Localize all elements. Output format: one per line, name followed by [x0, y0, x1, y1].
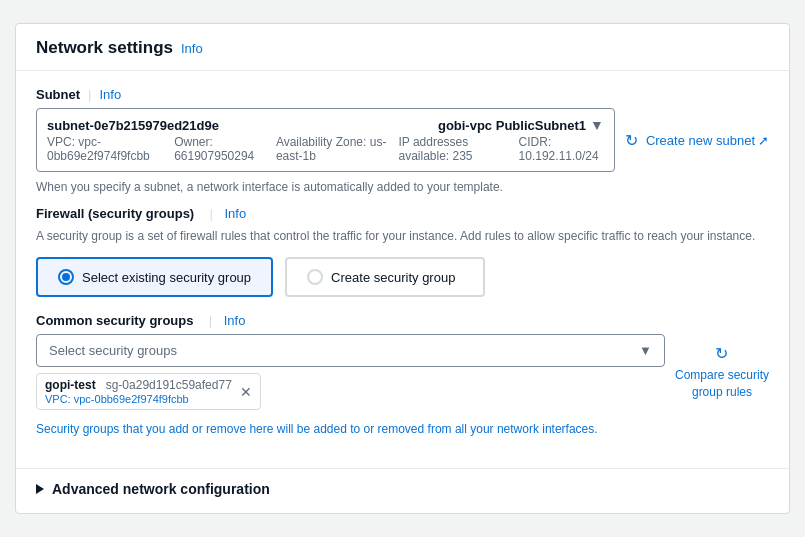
select-groups-placeholder: Select security groups [49, 343, 177, 358]
advanced-label: Advanced network configuration [52, 481, 270, 497]
create-security-group-label: Create security group [331, 270, 455, 285]
radio-existing-dot [62, 273, 70, 281]
section-info-link[interactable]: Info [181, 41, 203, 56]
select-existing-label: Select existing security group [82, 270, 251, 285]
network-settings-card: Network settings Info Subnet | Info subn… [15, 23, 790, 514]
tag-group-vpc: VPC: vpc-0bb69e2f974f9fcbb [45, 393, 232, 405]
subnet-refresh-button[interactable]: ↻ [623, 129, 640, 152]
subnet-vpc-name: gobi-vpc PublicSubnet1 [438, 118, 586, 133]
subnet-label-row: Subnet | Info [36, 87, 769, 102]
subnet-cidr: CIDR: 10.192.11.0/24 [519, 135, 604, 163]
common-groups-divider: | [201, 313, 212, 328]
common-groups-row: Select security groups ▼ gopi-test sg-0a… [36, 334, 769, 410]
firewall-description: A security group is a set of firewall ru… [36, 227, 769, 245]
compare-security-group-rules-link[interactable]: Compare securitygroup rules [675, 367, 769, 401]
common-groups-label: Common security groups [36, 313, 193, 328]
common-groups-label-row: Common security groups | Info [36, 313, 769, 328]
selected-tags-wrapper: gopi-test sg-0a29d191c59afed77 VPC: vpc-… [36, 373, 665, 410]
tag-remove-button[interactable]: ✕ [240, 385, 252, 399]
subnet-hint-text: When you specify a subnet, a network int… [36, 180, 769, 194]
subnet-dropdown[interactable]: subnet-0e7b215979ed21d9e gobi-vpc Public… [36, 108, 615, 172]
subnet-right: gobi-vpc PublicSubnet1 ▼ [438, 117, 604, 133]
tag-content: gopi-test sg-0a29d191c59afed77 VPC: vpc-… [45, 378, 232, 405]
advanced-section: Advanced network configuration [16, 468, 789, 497]
chevron-down-icon: ▼ [590, 117, 604, 133]
select-security-groups-dropdown[interactable]: Select security groups ▼ [36, 334, 665, 367]
subnet-az: Availability Zone: us-east-1b [276, 135, 387, 163]
select-groups-container: Select security groups ▼ gopi-test sg-0a… [36, 334, 665, 410]
subnet-info-link[interactable]: Info [99, 87, 121, 102]
subnet-actions: ↻ Create new subnet ➚ [623, 129, 769, 152]
selected-security-group-tag: gopi-test sg-0a29d191c59afed77 VPC: vpc-… [36, 373, 261, 410]
subnet-divider: | [88, 87, 91, 102]
subnet-id: subnet-0e7b215979ed21d9e [47, 118, 219, 133]
security-groups-note: Security groups that you add or remove h… [36, 420, 769, 438]
section-header: Network settings Info [16, 24, 789, 71]
subnet-vpc: VPC: vpc-0bb69e2f974f9fcbb [47, 135, 162, 163]
security-groups-refresh-button[interactable]: ↻ [713, 342, 730, 365]
external-link-icon: ➚ [758, 133, 769, 148]
radio-existing-circle [58, 269, 74, 285]
subnet-row: subnet-0e7b215979ed21d9e gobi-vpc Public… [36, 108, 769, 172]
dropdown-chevron-icon: ▼ [639, 343, 652, 358]
subnet-details: VPC: vpc-0bb69e2f974f9fcbb Owner: 661907… [47, 135, 604, 163]
create-new-subnet-label: Create new subnet [646, 133, 755, 148]
firewall-section: Firewall (security groups) | Info A secu… [36, 206, 769, 438]
common-groups-info-link[interactable]: Info [220, 313, 245, 328]
tag-group-name: gopi-test [45, 378, 96, 392]
collapse-triangle-icon [36, 484, 44, 494]
groups-actions: ↻ Compare securitygroup rules [675, 334, 769, 401]
subnet-owner: Owner: 661907950294 [174, 135, 264, 163]
radio-create-circle [307, 269, 323, 285]
subnet-label: Subnet [36, 87, 80, 102]
firewall-divider: | [202, 206, 213, 221]
section-body: Subnet | Info subnet-0e7b215979ed21d9e g… [16, 71, 789, 454]
subnet-ip: IP addresses available: 235 [398, 135, 506, 163]
tag-group-id: sg-0a29d191c59afed77 [106, 378, 232, 392]
subnet-main-row: subnet-0e7b215979ed21d9e gobi-vpc Public… [47, 117, 604, 133]
advanced-network-configuration-toggle[interactable]: Advanced network configuration [16, 481, 789, 497]
select-existing-security-group-option[interactable]: Select existing security group [36, 257, 273, 297]
security-group-radio-group: Select existing security group Create se… [36, 257, 769, 297]
firewall-label-row: Firewall (security groups) | Info [36, 206, 769, 221]
firewall-label: Firewall (security groups) [36, 206, 194, 221]
create-new-subnet-link[interactable]: Create new subnet ➚ [646, 133, 769, 148]
section-title: Network settings [36, 38, 173, 58]
tag-name-id-row: gopi-test sg-0a29d191c59afed77 [45, 378, 232, 392]
firewall-info-link[interactable]: Info [221, 206, 246, 221]
create-security-group-option[interactable]: Create security group [285, 257, 485, 297]
